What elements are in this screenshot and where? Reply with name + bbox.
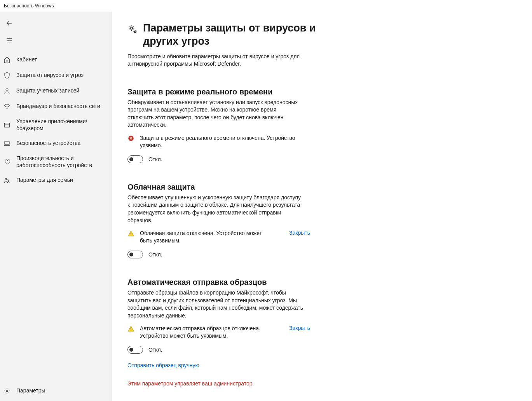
error-icon [127,135,134,142]
alert-realtime: Защита в режиме реального времени отключ… [127,134,310,149]
sidebar-nav: Кабинет Защита от вирусов и угроз Защита… [0,50,112,380]
alert-text: Облачная защита отключена. Устройство мо… [140,230,272,244]
sidebar-item-label: Управление приложениями/браузером [16,118,108,132]
section-description: Отправьте образцы файлов в корпорацию Ма… [127,289,303,319]
alert-text: Автоматическая отправка образцов отключе… [140,325,272,340]
gear-icon [3,387,11,395]
sidebar-item-label: Параметры для семьи [16,177,73,184]
svg-point-11 [131,330,131,331]
sidebar-item-label: Защита от вирусов и угроз [16,72,84,79]
app-title: Безопасность Windows [4,3,54,9]
section-samples: Автоматическая отправка образцов Отправь… [127,278,516,387]
main-content: Параметры защиты от вирусов и других угр… [112,12,532,401]
section-description: Обеспечивает улучшенную и ускоренную защ… [127,194,303,224]
section-cloud: Облачная защита Обеспечивает улучшенную … [127,183,516,258]
manual-submit-link[interactable]: Отправить образец вручную [127,362,199,368]
sidebar-item-account[interactable]: Защита учетных записей [0,83,112,99]
toggle-state: Откл. [148,251,162,258]
warning-icon [127,325,134,332]
admin-note: Этим параметром управляет ваш администра… [127,380,516,387]
section-realtime: Защита в режиме реального времени Обнару… [127,87,516,163]
sidebar-item-family[interactable]: Параметры для семьи [0,173,112,188]
warning-icon [127,230,134,237]
toggle-samples[interactable] [127,346,143,354]
sidebar-item-label: Параметры [16,387,45,394]
alert-text: Защита в режиме реального времени отключ… [140,134,310,149]
svg-point-7 [131,27,133,29]
sidebar-item-home[interactable]: Кабинет [0,52,112,68]
dismiss-link[interactable]: Закрыть [289,230,310,236]
wifi-icon [3,103,11,110]
page-description: Просмотрите и обновите параметры защиты … [127,53,303,68]
window-titlebar: Безопасность Windows [0,0,532,12]
heart-icon [3,158,11,166]
family-icon [3,176,11,184]
sidebar-item-virus[interactable]: Защита от вирусов и угроз [0,68,112,83]
svg-point-0 [6,89,8,91]
window-icon [3,121,11,129]
svg-point-4 [5,178,7,180]
hamburger-button[interactable] [2,33,17,48]
sidebar-item-label: Безопасность устройства [16,140,80,147]
alert-samples: Автоматическая отправка образцов отключе… [127,325,310,340]
sidebar-item-appcontrol[interactable]: Управление приложениями/браузером [0,114,112,136]
sidebar-item-settings[interactable]: Параметры [0,383,112,399]
dismiss-link[interactable]: Закрыть [289,325,310,331]
sidebar-item-label: Брандмауэр и безопасность сети [16,103,100,110]
svg-rect-3 [5,141,9,145]
sidebar-item-health[interactable]: Производительность и работоспособность у… [0,151,112,173]
section-title: Защита в режиме реального времени [127,87,516,96]
sidebar-item-label: Защита учетных записей [16,87,79,94]
section-title: Облачная защита [127,183,516,192]
alert-cloud: Облачная защита отключена. Устройство мо… [127,230,310,244]
svg-point-6 [6,390,8,392]
svg-point-10 [131,235,131,235]
shield-icon [3,71,11,79]
laptop-icon [3,139,11,147]
section-description: Обнаруживает и останавливает установку и… [127,99,303,129]
arrow-left-icon [6,20,13,27]
sidebar-item-device[interactable]: Безопасность устройства [0,136,112,151]
back-button[interactable] [2,16,17,31]
sidebar: Кабинет Защита от вирусов и угроз Защита… [0,12,112,401]
toggle-state: Откл. [148,347,162,353]
home-icon [3,56,11,64]
toggle-state: Откл. [148,156,162,162]
svg-rect-2 [4,123,10,127]
svg-point-1 [7,108,7,109]
sidebar-item-firewall[interactable]: Брандмауэр и безопасность сети [0,99,112,114]
svg-point-5 [8,179,9,181]
person-icon [3,87,11,95]
svg-point-8 [134,31,136,33]
toggle-cloud[interactable] [127,251,143,258]
gears-icon [127,24,138,35]
section-title: Автоматическая отправка образцов [127,278,516,287]
menu-icon [6,37,13,44]
page-title: Параметры защиты от вирусов и других угр… [143,22,330,48]
sidebar-item-label: Производительность и работоспособность у… [16,155,108,169]
toggle-realtime[interactable] [127,155,143,163]
sidebar-item-label: Кабинет [16,56,37,63]
